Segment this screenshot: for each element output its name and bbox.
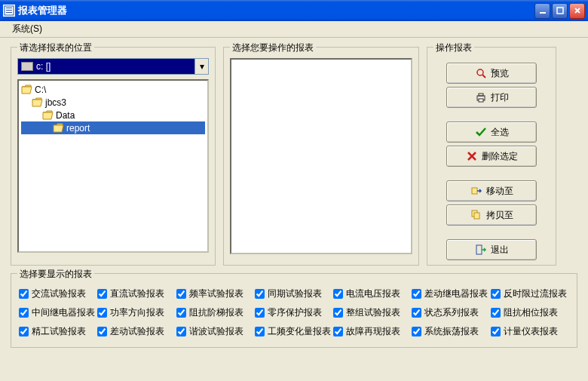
check-label: 阻抗相位报表 <box>504 306 558 319</box>
checkbox[interactable] <box>491 308 501 318</box>
check-label: 差动试验报表 <box>110 325 164 338</box>
move-icon <box>470 185 482 197</box>
check-zero-seq[interactable]: 零序保护报表 <box>255 306 333 319</box>
check-label: 谐波试验报表 <box>189 325 243 338</box>
drive-select[interactable]: c: [] ▾ <box>17 58 209 75</box>
maximize-button[interactable] <box>552 3 568 19</box>
menubar: 系统(S) <box>0 21 588 38</box>
move-to-button[interactable]: 移动至 <box>446 180 537 201</box>
group-location: 请选择报表的位置 c: [] ▾ C:\ jbcs3 Data <box>11 47 216 266</box>
checkbox[interactable] <box>255 327 265 336</box>
checkbox[interactable] <box>176 327 186 336</box>
svg-rect-14 <box>476 245 482 254</box>
chevron-down-icon[interactable]: ▾ <box>194 59 208 74</box>
checkbox[interactable] <box>97 308 107 318</box>
tree-node-report[interactable]: report <box>21 121 205 134</box>
check-inv-oc[interactable]: 反时限过流报表 <box>491 287 569 300</box>
svg-point-6 <box>477 69 483 75</box>
minimize-button[interactable] <box>534 3 550 19</box>
checkbox[interactable] <box>333 289 343 299</box>
copy-to-button[interactable]: 拷贝至 <box>446 204 537 226</box>
checkbox[interactable] <box>176 308 186 318</box>
tree-node-data[interactable]: Data <box>21 109 205 121</box>
tree-label: Data <box>56 110 75 121</box>
check-iv[interactable]: 电流电压报表 <box>333 287 412 300</box>
checkbox[interactable] <box>97 327 107 336</box>
svg-rect-9 <box>479 94 483 96</box>
tree-node-root[interactable]: C:\ <box>21 83 205 96</box>
svg-line-7 <box>482 75 485 78</box>
check-label: 阻抗阶梯报表 <box>189 306 243 319</box>
button-label: 退出 <box>491 244 509 257</box>
checkbox[interactable] <box>19 289 29 299</box>
group-select-report: 选择您要操作的报表 <box>223 47 419 266</box>
check-label: 差动继电器报表 <box>424 287 488 300</box>
drive-icon <box>21 62 33 71</box>
check-imp-phase[interactable]: 阻抗相位报表 <box>491 306 569 319</box>
button-label: 预览 <box>491 67 509 80</box>
check-label: 精工试验报表 <box>32 325 86 338</box>
checkbox[interactable] <box>255 289 265 299</box>
check-imp-step[interactable]: 阻抗阶梯报表 <box>176 306 255 319</box>
print-button[interactable]: 打印 <box>446 87 537 108</box>
svg-rect-5 <box>557 8 563 14</box>
checkbox[interactable] <box>19 327 29 336</box>
check-label: 零序保护报表 <box>268 306 322 319</box>
check-diff-relay[interactable]: 差动继电器报表 <box>412 287 490 300</box>
check-freq-test[interactable]: 频率试验报表 <box>176 287 255 300</box>
check-label: 交流试验报表 <box>32 287 86 300</box>
check-dc-test[interactable]: 直流试验报表 <box>97 287 176 300</box>
checkbox[interactable] <box>491 327 501 336</box>
check-label: 频率试验报表 <box>189 287 243 300</box>
check-mid-relay[interactable]: 中间继电器报表 <box>19 306 97 319</box>
select-all-button[interactable]: 全选 <box>446 121 537 143</box>
checkbox[interactable] <box>491 289 501 299</box>
check-icon <box>475 126 487 138</box>
svg-rect-11 <box>472 188 477 194</box>
button-label: 删除选定 <box>482 150 518 163</box>
svg-rect-13 <box>474 213 479 219</box>
check-power-dir[interactable]: 功率方向报表 <box>97 306 176 319</box>
tree-label: jbcs3 <box>45 97 66 108</box>
tree-label: C:\ <box>35 84 46 95</box>
checkbox[interactable] <box>412 327 421 336</box>
check-harmonic[interactable]: 谐波试验报表 <box>176 325 255 338</box>
preview-button[interactable]: 预览 <box>446 63 537 84</box>
group-actions-label: 操作报表 <box>433 41 474 54</box>
exit-button[interactable]: 退出 <box>446 239 537 260</box>
group-select-label: 选择您要操作的报表 <box>230 41 316 54</box>
report-list[interactable] <box>230 58 412 254</box>
button-label: 打印 <box>491 91 509 104</box>
checkbox[interactable] <box>412 289 421 299</box>
check-fault-replay[interactable]: 故障再现报表 <box>333 325 412 338</box>
check-meter[interactable]: 计量仪表报表 <box>491 325 569 338</box>
check-pf-delta[interactable]: 工频变化量报表 <box>255 325 333 338</box>
check-sys-osc[interactable]: 系统振荡报表 <box>412 325 490 338</box>
tree-node-jbcs3[interactable]: jbcs3 <box>21 96 205 109</box>
menu-system[interactable]: 系统(S) <box>6 21 48 37</box>
folder-tree[interactable]: C:\ jbcs3 Data report <box>17 79 209 253</box>
svg-rect-2 <box>6 10 12 11</box>
close-button[interactable] <box>569 3 585 19</box>
checkbox[interactable] <box>333 327 343 336</box>
delete-selected-button[interactable]: 删除选定 <box>446 146 537 167</box>
button-label: 拷贝至 <box>486 209 513 222</box>
checkbox[interactable] <box>412 308 421 318</box>
check-label: 同期试验报表 <box>268 287 322 300</box>
folder-open-icon <box>21 84 32 94</box>
check-sync-test[interactable]: 同期试验报表 <box>255 287 333 300</box>
checkbox[interactable] <box>333 308 343 318</box>
svg-rect-3 <box>6 12 12 13</box>
check-fine-test[interactable]: 精工试验报表 <box>19 325 97 338</box>
check-set-test[interactable]: 整组试验报表 <box>333 306 412 319</box>
check-ac-test[interactable]: 交流试验报表 <box>19 287 97 300</box>
exit-icon <box>475 244 487 256</box>
checkbox[interactable] <box>19 308 29 318</box>
check-diff-test[interactable]: 差动试验报表 <box>97 325 176 338</box>
folder-open-icon <box>32 97 43 107</box>
checkbox[interactable] <box>255 308 265 318</box>
checkbox[interactable] <box>97 289 107 299</box>
checkbox[interactable] <box>176 289 186 299</box>
check-state-seq[interactable]: 状态系列报表 <box>412 306 490 319</box>
svg-rect-4 <box>540 12 546 14</box>
